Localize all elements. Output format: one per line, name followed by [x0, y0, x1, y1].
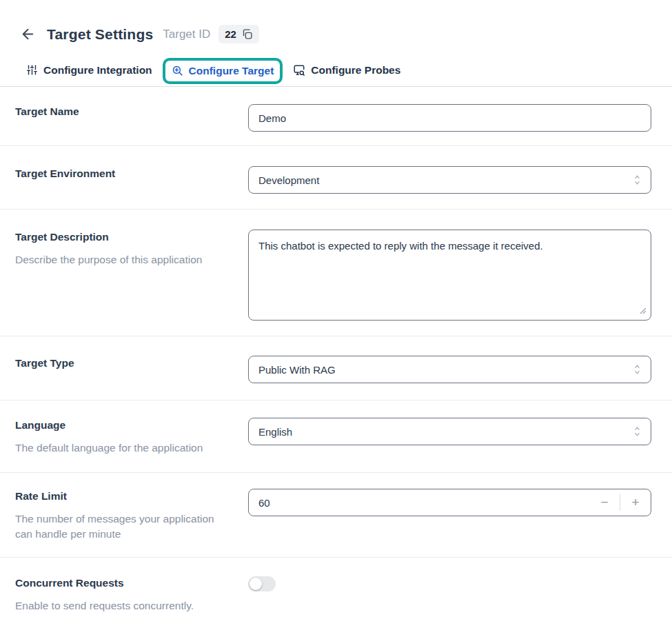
- rate-limit-input[interactable]: [249, 489, 589, 516]
- decrement-button[interactable]: −: [589, 489, 620, 516]
- form-row-target-name: Target Name: [0, 87, 672, 146]
- increment-button[interactable]: +: [620, 489, 651, 516]
- target-description-field: This chatbot is expected to reply with t…: [248, 230, 651, 321]
- tab-configure-integration[interactable]: Configure Integration: [19, 58, 159, 83]
- back-button[interactable]: [19, 25, 37, 43]
- rate-limit-label: Rate Limit: [15, 490, 248, 503]
- zoom-in-icon: [172, 65, 183, 77]
- target-name-label: Target Name: [15, 105, 248, 118]
- target-description-label: Target Description: [15, 231, 248, 243]
- tab-bar: Configure Integration Configure Target C…: [0, 54, 672, 87]
- form-row-language: Language The default language for the ap…: [0, 400, 672, 473]
- target-settings-form: Target Name Target Environment Developme…: [0, 87, 672, 619]
- tab-configure-probes[interactable]: Configure Probes: [286, 58, 407, 83]
- form-row-concurrent-requests: Concurrent Requests Enable to send reque…: [0, 558, 672, 619]
- chevron-up-down-icon: [633, 364, 642, 375]
- tab-label: Configure Target: [189, 65, 274, 77]
- target-id-value: 22: [225, 28, 236, 40]
- tab-label: Configure Integration: [43, 64, 152, 77]
- rate-limit-hint: The number of messages your application …: [15, 511, 232, 542]
- arrow-left-icon: [20, 26, 36, 42]
- chevron-up-down-icon: [633, 174, 642, 185]
- form-row-target-type: Target Type Public With RAG: [0, 336, 672, 400]
- concurrent-requests-label: Concurrent Requests: [15, 577, 248, 589]
- tab-label: Configure Probes: [311, 64, 400, 77]
- page-title: Target Settings: [47, 26, 153, 43]
- toggle-knob: [250, 578, 262, 590]
- concurrent-requests-hint: Enable to send requests concurrently.: [15, 598, 232, 613]
- copy-icon[interactable]: [241, 28, 253, 40]
- rate-limit-stepper: − +: [248, 489, 651, 516]
- target-environment-select[interactable]: Development: [248, 166, 651, 194]
- language-label: Language: [15, 419, 248, 432]
- sliders-icon: [26, 64, 38, 76]
- target-environment-label: Target Environment: [15, 168, 248, 180]
- form-row-rate-limit: Rate Limit The number of messages your a…: [0, 473, 672, 558]
- resize-grip-icon[interactable]: [640, 305, 646, 316]
- target-id-label: Target ID: [163, 28, 210, 41]
- target-description-hint: Describe the purpose of this application: [15, 252, 232, 267]
- target-type-label: Target Type: [15, 357, 248, 369]
- monitor-search-icon: [293, 64, 305, 77]
- target-name-input[interactable]: [248, 104, 651, 132]
- active-tab-highlight: Configure Target: [163, 58, 283, 84]
- language-hint: The default language for the application: [15, 440, 232, 456]
- target-type-value: Public With RAG: [258, 364, 336, 376]
- page-header: Target Settings Target ID 22: [0, 0, 672, 43]
- language-select[interactable]: English: [248, 418, 651, 445]
- form-row-target-environment: Target Environment Development: [0, 146, 672, 210]
- form-row-target-description: Target Description Describe the purpose …: [0, 210, 672, 336]
- concurrent-requests-toggle[interactable]: [248, 576, 276, 591]
- language-value: English: [258, 426, 292, 438]
- target-environment-value: Development: [258, 174, 319, 186]
- target-type-select[interactable]: Public With RAG: [248, 356, 651, 383]
- tab-configure-target[interactable]: Configure Target: [165, 61, 281, 81]
- chevron-up-down-icon: [633, 426, 642, 437]
- target-id-badge: 22: [218, 25, 259, 43]
- target-description-textarea[interactable]: This chatbot is expected to reply with t…: [249, 230, 651, 320]
